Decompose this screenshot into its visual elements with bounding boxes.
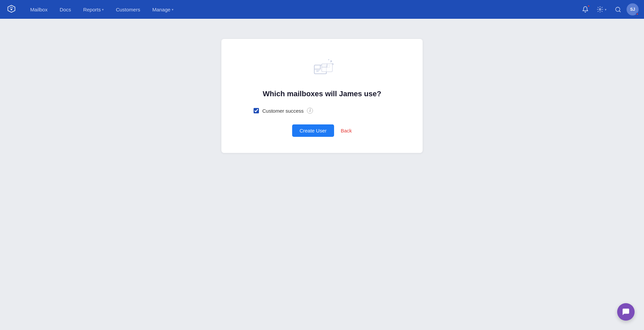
svg-point-1 — [599, 9, 601, 10]
nav-items: Mailbox Docs Reports ▾ Customers Manage … — [24, 0, 579, 19]
nav-docs[interactable]: Docs — [54, 0, 77, 19]
nav-right: ▾ SJ — [579, 3, 639, 15]
card-actions: Create User Back — [292, 124, 352, 137]
navbar: Mailbox Docs Reports ▾ Customers Manage … — [0, 0, 644, 19]
avatar-button[interactable]: SJ — [627, 3, 639, 15]
customer-success-label[interactable]: Customer success — [262, 108, 304, 114]
nav-mailbox[interactable]: Mailbox — [24, 0, 54, 19]
info-icon[interactable]: i — [307, 108, 313, 114]
app-logo[interactable] — [5, 3, 17, 15]
settings-chevron-icon: ▾ — [605, 8, 606, 11]
nav-manage[interactable]: Manage ▾ — [146, 0, 179, 19]
notifications-button[interactable] — [579, 3, 591, 15]
avatar-status-dot — [636, 13, 639, 15]
back-button[interactable]: Back — [341, 128, 352, 133]
svg-line-14 — [332, 63, 333, 64]
chat-icon — [622, 308, 630, 316]
reports-chevron-icon: ▾ — [102, 8, 104, 11]
main-content: Which mailboxes will James use? Customer… — [0, 19, 644, 330]
notification-dot — [587, 5, 590, 7]
settings-button[interactable]: ▾ — [594, 3, 609, 15]
mailbox-selection-card: Which mailboxes will James use? Customer… — [221, 39, 423, 153]
search-icon — [615, 6, 621, 13]
create-user-button[interactable]: Create User — [292, 124, 334, 137]
search-button[interactable] — [612, 3, 624, 15]
mailbox-icon-svg — [307, 55, 337, 80]
svg-point-11 — [333, 64, 334, 65]
customer-success-checkbox[interactable] — [254, 108, 259, 113]
mailbox-illustration — [307, 55, 337, 81]
svg-point-12 — [328, 59, 329, 60]
nav-reports[interactable]: Reports ▾ — [77, 0, 110, 19]
card-title: Which mailboxes will James use? — [263, 90, 381, 98]
svg-point-0 — [10, 8, 12, 10]
gear-icon — [597, 6, 603, 13]
chat-bubble-button[interactable] — [617, 303, 635, 321]
manage-chevron-icon: ▾ — [172, 8, 173, 11]
nav-customers[interactable]: Customers — [110, 0, 146, 19]
customer-success-row: Customer success i — [254, 108, 313, 114]
svg-line-3 — [619, 11, 620, 12]
